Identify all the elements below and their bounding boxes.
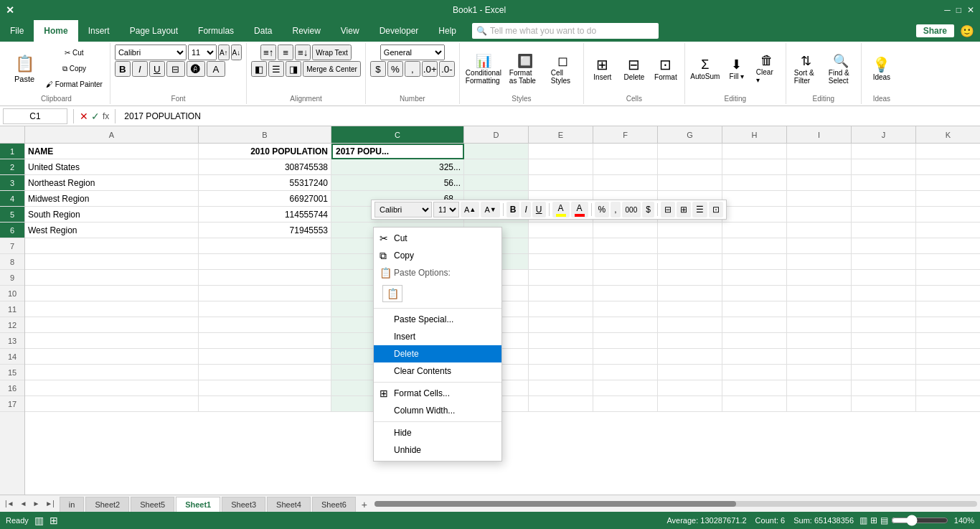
cell-j2[interactable] [852,159,916,175]
minimize-btn[interactable]: ─ [944,5,951,15]
context-delete[interactable]: Delete [374,345,501,362]
cell-k2[interactable] [916,159,980,175]
align-middle-btn[interactable]: ≡ [278,45,293,60]
cell-b5[interactable]: 114555744 [199,207,331,223]
cell-e13[interactable] [529,333,593,349]
context-unhide[interactable]: Unhide [374,441,501,459]
cell-e11[interactable] [529,301,593,317]
align-bottom-btn[interactable]: ≡↓ [295,45,311,60]
tab-home[interactable]: Home [34,20,77,42]
tab-developer[interactable]: Developer [369,20,429,42]
decrease-decimal-btn[interactable]: .0- [439,61,455,77]
cell-e12[interactable] [529,317,593,333]
context-insert[interactable]: Insert [374,328,501,345]
cell-g17[interactable] [658,396,722,412]
cell-h9[interactable] [722,270,787,286]
insert-btn[interactable]: ⊞ Insert [588,46,617,92]
cell-b13[interactable] [199,333,331,349]
cell-f15[interactable] [593,365,658,380]
cell-e2[interactable] [529,159,593,175]
context-cut[interactable]: ✂ Cut [374,230,501,247]
cell-e14[interactable] [529,349,593,365]
insert-function-btn[interactable]: fx [103,111,109,121]
mini-accounting-btn[interactable]: $ [642,202,654,217]
cell-b3[interactable]: 55317240 [199,175,331,191]
cell-g3[interactable] [658,175,722,191]
cell-e6[interactable] [529,223,593,238]
cell-j13[interactable] [852,333,916,349]
hscrollbar[interactable] [374,501,977,507]
share-button[interactable]: Share [916,24,954,37]
row-num-11[interactable]: 11 [0,301,24,317]
wrap-text-btn[interactable]: Wrap Text [312,45,352,60]
cell-d2[interactable] [464,159,529,175]
tab-help[interactable]: Help [428,20,466,42]
cell-b15[interactable] [199,365,331,380]
cell-j6[interactable] [852,223,916,238]
view-layout-icon[interactable]: ⊞ [50,515,58,526]
cell-j9[interactable] [852,270,916,286]
cell-b4[interactable]: 66927001 [199,191,331,207]
context-format-cells[interactable]: ⊞ Format Cells... [374,385,501,402]
tab-review[interactable]: Review [282,20,330,42]
font-size-select[interactable]: 11 [188,45,217,60]
cell-h3[interactable] [722,175,787,191]
row-num-3[interactable]: 3 [0,175,24,191]
cell-a10[interactable] [25,286,199,301]
cell-k11[interactable] [916,301,980,317]
cell-i13[interactable] [787,333,852,349]
fill-btn[interactable]: ⬇ Fill ▾ [724,46,750,92]
tab-view[interactable]: View [331,20,369,42]
mini-decrease-font-btn[interactable]: A▼ [481,202,499,217]
cell-g2[interactable] [658,159,722,175]
merge-center-btn[interactable]: Merge & Center [303,61,361,77]
mini-borders-btn[interactable]: ⊟ [661,202,675,217]
cell-a6[interactable]: West Region [25,223,199,238]
cell-f14[interactable] [593,349,658,365]
cell-b12[interactable] [199,317,331,333]
context-column-width[interactable]: Column Width... [374,402,501,419]
cell-b7[interactable] [199,238,331,254]
cell-g12[interactable] [658,317,722,333]
cell-i7[interactable] [787,238,852,254]
context-copy[interactable]: ⧉ Copy [374,247,501,264]
mini-percent-btn[interactable]: % [595,202,610,217]
cell-b16[interactable] [199,380,331,396]
cell-a7[interactable] [25,238,199,254]
cell-e16[interactable] [529,380,593,396]
tab-data[interactable]: Data [244,20,282,42]
cell-i14[interactable] [787,349,852,365]
mini-font-size-select[interactable]: 11 [433,202,459,217]
cell-a16[interactable] [25,380,199,396]
cell-j11[interactable] [852,301,916,317]
format-as-table-btn[interactable]: 🔲 Format as Table [506,46,545,92]
cell-i3[interactable] [787,175,852,191]
bold-button[interactable]: B [115,61,131,77]
col-header-i[interactable]: I [787,126,852,143]
cell-c2[interactable]: 325... [331,159,464,175]
mini-thousands-btn[interactable]: 000 [622,202,641,217]
cell-h5[interactable] [722,207,787,223]
col-header-b[interactable]: B [199,126,331,143]
cell-i11[interactable] [787,301,852,317]
cell-j10[interactable] [852,286,916,301]
cell-a2[interactable]: United States [25,159,199,175]
cell-e15[interactable] [529,365,593,380]
row-num-10[interactable]: 10 [0,286,24,301]
italic-button[interactable]: I [132,61,148,77]
cell-k8[interactable] [916,254,980,270]
mini-align-btn[interactable]: ☰ [692,202,707,217]
sheet-nav-first[interactable]: |◄ [3,500,17,507]
number-format-select[interactable]: General [380,45,445,60]
col-header-a[interactable]: A [25,126,199,143]
decrease-font-btn[interactable]: A↓ [231,45,242,60]
cell-h1[interactable] [722,144,787,159]
confirm-formula-btn[interactable]: ✓ [91,111,100,122]
cell-b9[interactable] [199,270,331,286]
cell-g8[interactable] [658,254,722,270]
sheet-nav-prev[interactable]: ◄ [18,500,29,507]
cell-f16[interactable] [593,380,658,396]
col-header-f[interactable]: F [593,126,658,143]
cell-k3[interactable] [916,175,980,191]
cell-i12[interactable] [787,317,852,333]
